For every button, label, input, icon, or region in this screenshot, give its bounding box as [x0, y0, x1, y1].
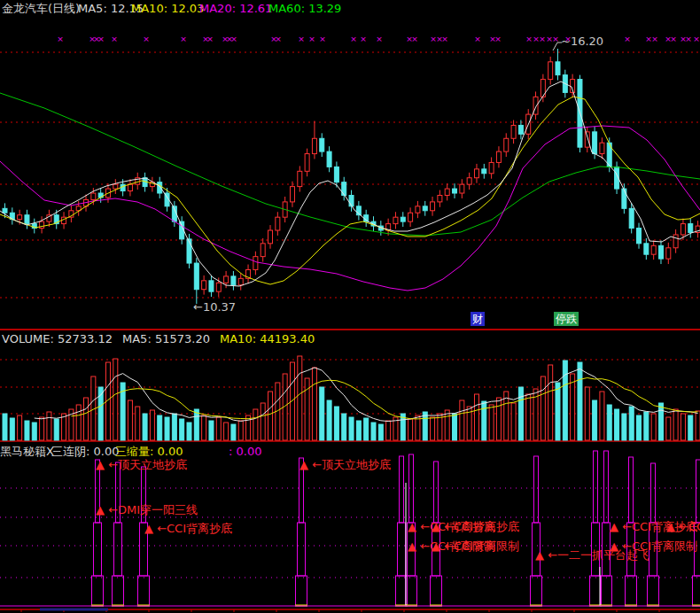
candle-body [261, 244, 265, 257]
volume-bar [408, 419, 413, 440]
cross-mark: × [651, 35, 658, 43]
volume-bar [10, 418, 14, 440]
volume-bar [511, 403, 516, 440]
volume-bar [496, 398, 501, 440]
candle-body [231, 276, 236, 285]
candle-body [224, 276, 229, 283]
candle-body [681, 224, 685, 235]
volume-bar [320, 387, 324, 440]
candle-body [637, 229, 642, 244]
signal-annotation: ▲ ←DMI穿一阳三线 [96, 503, 198, 516]
volume-bar [216, 417, 221, 440]
candle-body [474, 169, 478, 178]
candle-body [401, 217, 405, 221]
candle-body [548, 62, 553, 80]
candle-body [504, 138, 509, 151]
cross-mark: × [206, 35, 214, 43]
cross-mark: × [360, 35, 367, 43]
volume-bar [113, 359, 118, 440]
signal-annotation: ▲ ←一二一抓平台起飞 [535, 548, 649, 562]
cross-mark: × [97, 35, 105, 43]
candle-body [489, 162, 494, 173]
signal-annotation: ▲ ←CCI背离限制 [432, 539, 519, 553]
volume-bar [356, 421, 361, 440]
volume-bar [84, 398, 89, 440]
main-chart-pane[interactable] [0, 15, 700, 330]
volume-bar [431, 417, 435, 440]
candle-body [320, 138, 324, 151]
volume-bar [548, 365, 553, 440]
volume-bar [253, 409, 258, 440]
candle-body [290, 187, 294, 202]
candle-body [342, 182, 346, 196]
volume-bar [25, 421, 29, 440]
candle-body [327, 151, 331, 167]
volume-bar [541, 376, 545, 440]
candle-body [438, 195, 442, 201]
cross-mark: × [376, 35, 383, 43]
volume-bar [445, 410, 449, 440]
candle-body [453, 189, 457, 193]
candle-body [416, 206, 420, 213]
cross-mark: × [494, 35, 502, 43]
candle-body [644, 244, 649, 254]
candle-body [393, 217, 398, 223]
volume-bar [563, 361, 567, 440]
volume-bar [696, 411, 700, 440]
trading-app-window: 金龙汽车(日线) MA5: 12.15 MA10: 12.03 MA20: 12… [0, 0, 700, 613]
volume-bar [261, 403, 265, 440]
candle-body [312, 138, 316, 153]
signal-annotation: ▲ ←顶天立地抄底 [96, 458, 187, 471]
indicator-pane[interactable] [0, 457, 700, 613]
volume-bar [54, 419, 58, 440]
candle-body [276, 217, 280, 230]
candle-body [3, 208, 7, 213]
candle-body [629, 208, 634, 228]
volume-bar [165, 417, 169, 440]
volume-bar [688, 415, 693, 440]
volume-bar [349, 417, 354, 440]
volume-bar [474, 394, 478, 440]
volume-bar [526, 394, 531, 440]
cross-mark: × [57, 35, 64, 43]
cross-mark: × [411, 35, 418, 43]
volume-bar [136, 407, 140, 440]
volume-bar [489, 405, 494, 440]
signal-annotation: ▲ ←CCI背离抄底 [432, 520, 519, 533]
cross-mark: × [319, 35, 326, 43]
candle-body [518, 125, 523, 134]
candle-body [18, 215, 22, 220]
candle-body [209, 281, 214, 291]
candle-body [651, 245, 656, 254]
candle-body [298, 171, 302, 186]
volume-bar [32, 423, 36, 440]
volume-bar [378, 424, 383, 440]
candle-body [600, 143, 604, 153]
volume-bar [622, 414, 626, 440]
volume-bar [681, 414, 685, 440]
volume-bar [578, 362, 582, 440]
volume-bar [658, 403, 663, 440]
volume-bar [673, 409, 678, 440]
candle-body [460, 184, 464, 193]
volume-bar [305, 378, 309, 440]
candle-body [216, 283, 221, 291]
volume-bar [47, 412, 51, 440]
candle-body [423, 206, 427, 211]
candle-body [128, 184, 132, 190]
volume-bar [40, 417, 44, 440]
signal-annotation: ▲ ←CCI背离抄底 [666, 520, 700, 533]
volume-bar [327, 400, 331, 440]
candle-body [202, 281, 206, 290]
volume-bar [637, 415, 642, 440]
candle-body [253, 257, 258, 270]
volume-bar [585, 387, 589, 440]
cross-mark: × [474, 35, 481, 43]
cross-mark: × [441, 35, 448, 43]
candle-body [658, 245, 663, 259]
volume-bar [62, 414, 66, 440]
cross-mark: × [230, 35, 237, 43]
volume-bar [666, 417, 671, 440]
candle-body [688, 224, 693, 233]
candle-body [158, 182, 162, 193]
